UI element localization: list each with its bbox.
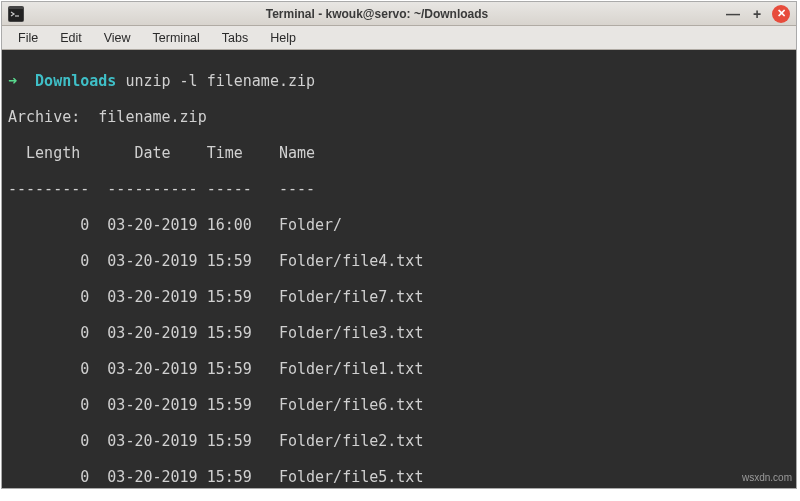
menu-terminal[interactable]: Terminal — [143, 29, 210, 47]
menu-view[interactable]: View — [94, 29, 141, 47]
terminal-body[interactable]: ➜ Downloads unzip -l filename.zip Archiv… — [2, 50, 796, 488]
terminal-icon — [8, 6, 24, 22]
menubar: File Edit View Terminal Tabs Help — [2, 26, 796, 50]
titlebar[interactable]: Terminal - kwouk@servo: ~/Downloads — + … — [2, 2, 796, 26]
output-header-sep: --------- ---------- ----- ---- — [8, 180, 790, 198]
command-text: unzip -l filename.zip — [125, 72, 315, 90]
prompt-arrow: ➜ — [8, 72, 17, 90]
output-row: 0 03-20-2019 15:59 Folder/file7.txt — [8, 288, 790, 306]
window-controls: — + ✕ — [724, 5, 790, 23]
output-archive: Archive: filename.zip — [8, 108, 790, 126]
output-row: 0 03-20-2019 15:59 Folder/file3.txt — [8, 324, 790, 342]
menu-edit[interactable]: Edit — [50, 29, 92, 47]
output-row: 0 03-20-2019 16:00 Folder/ — [8, 216, 790, 234]
maximize-button[interactable]: + — [748, 5, 766, 23]
output-row: 0 03-20-2019 15:59 Folder/file4.txt — [8, 252, 790, 270]
output-row: 0 03-20-2019 15:59 Folder/file6.txt — [8, 396, 790, 414]
close-button[interactable]: ✕ — [772, 5, 790, 23]
output-row: 0 03-20-2019 15:59 Folder/file5.txt — [8, 468, 790, 486]
output-row: 0 03-20-2019 15:59 Folder/file2.txt — [8, 432, 790, 450]
watermark: wsxdn.com — [742, 472, 792, 484]
menu-tabs[interactable]: Tabs — [212, 29, 258, 47]
menu-help[interactable]: Help — [260, 29, 306, 47]
svg-rect-1 — [9, 9, 23, 21]
minimize-button[interactable]: — — [724, 5, 742, 23]
terminal-window: Terminal - kwouk@servo: ~/Downloads — + … — [1, 1, 797, 489]
menu-file[interactable]: File — [8, 29, 48, 47]
prompt-line-1: ➜ Downloads unzip -l filename.zip — [8, 72, 790, 90]
output-header: Length Date Time Name — [8, 144, 790, 162]
output-row: 0 03-20-2019 15:59 Folder/file1.txt — [8, 360, 790, 378]
prompt-dir: Downloads — [35, 72, 116, 90]
window-title: Terminal - kwouk@servo: ~/Downloads — [30, 7, 724, 21]
